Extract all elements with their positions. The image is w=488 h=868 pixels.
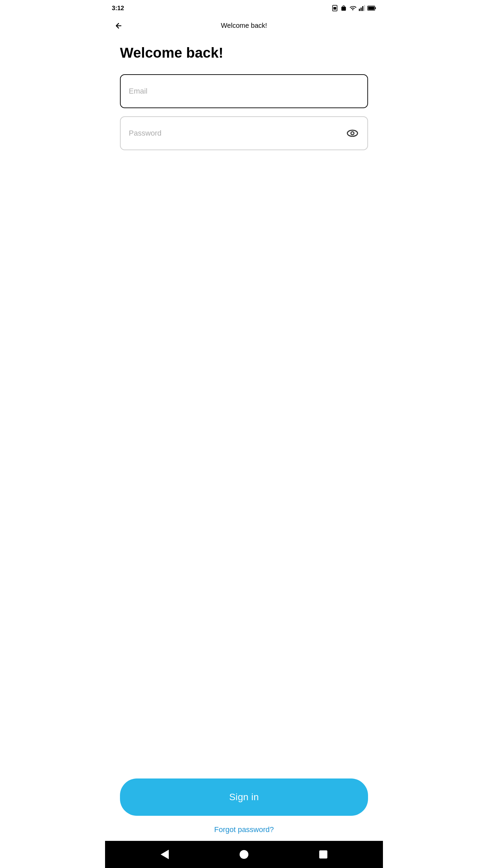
email-input[interactable] xyxy=(120,74,368,108)
nav-bar: Welcome back! xyxy=(105,16,383,35)
svg-rect-8 xyxy=(375,7,376,9)
back-triangle-icon xyxy=(161,850,169,859)
back-arrow-icon xyxy=(115,22,123,30)
svg-point-9 xyxy=(347,130,358,136)
password-input[interactable] xyxy=(120,116,368,150)
email-form-group xyxy=(120,74,368,108)
forgot-password-link[interactable]: Forgot password? xyxy=(214,825,274,834)
battery-icon xyxy=(367,5,376,12)
back-button[interactable] xyxy=(112,19,125,33)
android-recents-button[interactable] xyxy=(319,850,327,859)
toggle-password-button[interactable] xyxy=(344,124,361,142)
status-icons xyxy=(331,5,376,12)
signal-icon xyxy=(359,5,365,12)
svg-rect-1 xyxy=(333,7,336,10)
eye-icon xyxy=(346,127,359,139)
svg-rect-4 xyxy=(362,6,363,11)
bottom-section: Sign in Forgot password? xyxy=(105,770,383,841)
status-bar: 3:12 xyxy=(105,0,383,16)
page-heading: Welcome back! xyxy=(120,45,368,61)
password-form-group xyxy=(120,116,368,150)
android-nav-bar xyxy=(105,841,383,868)
recents-square-icon xyxy=(319,850,327,859)
wifi-icon xyxy=(349,5,357,12)
nav-bar-title: Welcome back! xyxy=(221,22,267,29)
android-home-button[interactable] xyxy=(240,850,248,859)
svg-rect-5 xyxy=(364,5,365,11)
main-content: Welcome back! xyxy=(105,35,383,770)
svg-rect-2 xyxy=(359,9,360,11)
home-circle-icon xyxy=(240,850,248,859)
svg-point-10 xyxy=(351,132,354,135)
svg-rect-3 xyxy=(361,7,362,11)
notification-icon xyxy=(340,5,347,12)
sim-icon xyxy=(331,5,338,12)
status-time: 3:12 xyxy=(112,5,124,12)
svg-rect-7 xyxy=(368,6,374,10)
android-back-button[interactable] xyxy=(161,850,169,859)
sign-in-button[interactable]: Sign in xyxy=(120,778,368,816)
password-wrapper xyxy=(120,116,368,150)
